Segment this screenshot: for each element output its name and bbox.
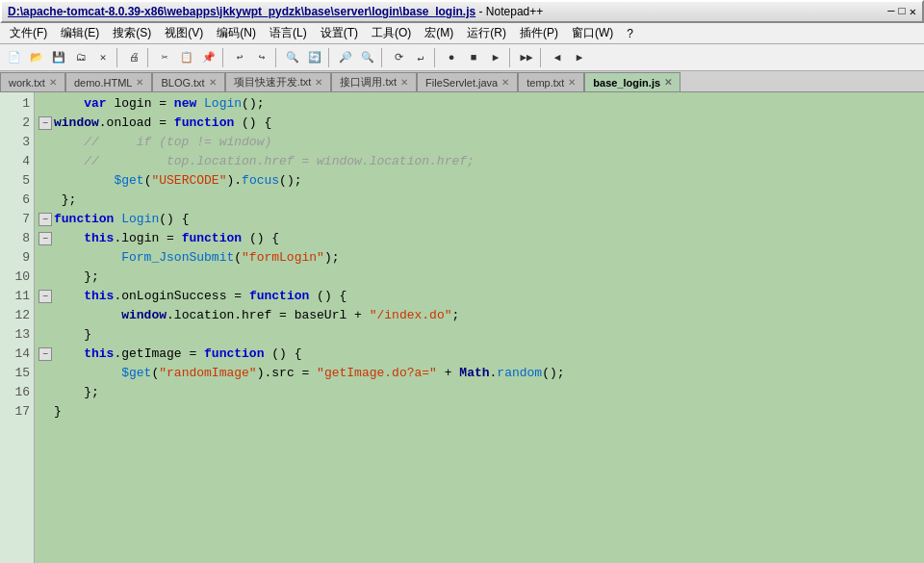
menu-encoding[interactable]: 编码(N) bbox=[211, 24, 262, 42]
code-line-3: // if (top != window) bbox=[38, 133, 920, 152]
menu-help[interactable]: ? bbox=[621, 26, 639, 41]
menu-view[interactable]: 视图(V) bbox=[159, 24, 209, 42]
code-line-1: var login = new Login(); bbox=[38, 94, 920, 114]
tab-close-fileservlet[interactable]: ✕ bbox=[501, 77, 509, 88]
toolbar-macro-stop[interactable]: ■ bbox=[463, 47, 484, 68]
tab-work-txt[interactable]: work.txt ✕ bbox=[0, 72, 65, 91]
line-num-7: 7 bbox=[0, 210, 30, 229]
tab-close-api[interactable]: ✕ bbox=[400, 77, 408, 88]
app-name: - Notepad++ bbox=[479, 5, 544, 18]
tab-label: 项目快速开发.txt bbox=[234, 75, 312, 90]
line-num-8: 8 bbox=[0, 229, 30, 248]
code-line-4: // top.location.href = window.location.h… bbox=[38, 152, 920, 171]
toolbar-open[interactable]: 📂 bbox=[26, 47, 47, 68]
tab-temp-txt[interactable]: temp.txt ✕ bbox=[518, 72, 584, 91]
code-line-12: window.location.href = baseUrl + "/index… bbox=[38, 306, 920, 325]
menu-search[interactable]: 搜索(S) bbox=[107, 24, 157, 42]
line-num-16: 16 bbox=[0, 383, 30, 402]
toolbar-paste[interactable]: 📌 bbox=[198, 47, 219, 68]
toolbar-zoom-in[interactable]: 🔎 bbox=[335, 47, 356, 68]
tab-close-demo[interactable]: ✕ bbox=[136, 77, 143, 88]
toolbar-sep-4 bbox=[275, 48, 279, 67]
fold-marker-2[interactable]: − bbox=[38, 116, 52, 130]
tab-close-project[interactable]: ✕ bbox=[315, 77, 322, 88]
toolbar-sep-9 bbox=[540, 48, 544, 67]
tab-close-blog[interactable]: ✕ bbox=[209, 77, 217, 88]
code-line-5: $get("USERCODE").focus(); bbox=[38, 171, 920, 191]
toolbar-macro-play[interactable]: ▶ bbox=[485, 47, 506, 68]
menu-edit[interactable]: 编辑(E) bbox=[55, 24, 105, 42]
toolbar-zoom-out[interactable]: 🔍 bbox=[357, 47, 378, 68]
toolbar-wrap[interactable]: ↵ bbox=[410, 47, 431, 68]
toolbar-sep-3 bbox=[222, 48, 226, 67]
menu-language[interactable]: 语言(L) bbox=[264, 24, 313, 42]
tab-close-base-login[interactable]: ✕ bbox=[664, 77, 672, 88]
title-text: D:\apache-tomcat-8.0.39-x86\webapps\jkky… bbox=[8, 5, 543, 18]
toolbar-replace[interactable]: 🔄 bbox=[304, 47, 325, 68]
toolbar-save-all[interactable]: 🗂 bbox=[70, 47, 91, 68]
line-num-6: 6 bbox=[0, 191, 30, 210]
fold-marker-11[interactable]: − bbox=[38, 290, 52, 303]
line-num-2: 2 bbox=[0, 114, 30, 133]
window-controls[interactable]: ─ □ ✕ bbox=[887, 5, 916, 19]
menu-macro[interactable]: 宏(M) bbox=[419, 24, 459, 42]
toolbar-sep-2 bbox=[147, 48, 151, 67]
fold-marker-8[interactable]: − bbox=[38, 232, 52, 245]
file-path: D:\apache-tomcat-8.0.39-x86\webapps\jkky… bbox=[8, 5, 475, 18]
tab-label: base_login.js bbox=[593, 77, 660, 89]
line-num-17: 17 bbox=[0, 402, 30, 422]
toolbar-run[interactable]: ▶▶ bbox=[516, 47, 537, 68]
menu-plugins[interactable]: 插件(P) bbox=[514, 24, 564, 42]
tabs-bar: work.txt ✕ demo.HTML ✕ BLOG.txt ✕ 项目快速开发… bbox=[0, 71, 924, 92]
line-num-15: 15 bbox=[0, 364, 30, 383]
code-line-16: }; bbox=[38, 383, 920, 402]
code-line-15: $get("randomImage").src = "getImage.do?a… bbox=[38, 364, 920, 383]
tab-api-txt[interactable]: 接口调用.txt ✕ bbox=[331, 72, 417, 91]
code-line-7: − function Login() { bbox=[38, 210, 920, 229]
toolbar-macro-rec[interactable]: ● bbox=[441, 47, 462, 68]
menu-window[interactable]: 窗口(W) bbox=[566, 24, 619, 42]
code-content[interactable]: var login = new Login(); − window.onload… bbox=[35, 92, 924, 563]
toolbar-find[interactable]: 🔍 bbox=[282, 47, 303, 68]
tab-demo-html[interactable]: demo.HTML ✕ bbox=[65, 72, 153, 91]
menu-run[interactable]: 运行(R) bbox=[461, 24, 512, 42]
toolbar-sync[interactable]: ⟳ bbox=[388, 47, 409, 68]
menu-bar: 文件(F) 编辑(E) 搜索(S) 视图(V) 编码(N) 语言(L) 设置(T… bbox=[0, 23, 924, 44]
fold-marker-14[interactable]: − bbox=[38, 347, 52, 361]
tab-base-login-js[interactable]: base_login.js ✕ bbox=[584, 72, 680, 91]
tab-project-txt[interactable]: 项目快速开发.txt ✕ bbox=[225, 72, 332, 91]
menu-file[interactable]: 文件(F) bbox=[4, 24, 53, 42]
tab-label: demo.HTML bbox=[74, 77, 133, 89]
menu-tools[interactable]: 工具(O) bbox=[366, 24, 417, 42]
tab-close-work[interactable]: ✕ bbox=[49, 77, 57, 88]
toolbar-new[interactable]: 📄 bbox=[4, 47, 25, 68]
tab-blog-txt[interactable]: BLOG.txt ✕ bbox=[152, 72, 224, 91]
toolbar-copy[interactable]: 📋 bbox=[176, 47, 197, 68]
tab-label: BLOG.txt bbox=[161, 77, 204, 89]
code-line-8: − this.login = function () { bbox=[38, 229, 920, 248]
toolbar-save[interactable]: 💾 bbox=[48, 47, 69, 68]
tab-label: work.txt bbox=[9, 77, 45, 89]
line-numbers: 1 2 3 4 5 6 7 8 9 10 11 12 13 14 15 16 1… bbox=[0, 92, 35, 563]
menu-settings[interactable]: 设置(T) bbox=[315, 24, 364, 42]
code-line-9: Form_JsonSubmit("formLogin"); bbox=[38, 248, 920, 268]
toolbar-cut[interactable]: ✂ bbox=[154, 47, 175, 68]
toolbar-prev[interactable]: ◀ bbox=[547, 47, 568, 68]
toolbar-print[interactable]: 🖨 bbox=[123, 47, 144, 68]
code-line-10: }; bbox=[38, 268, 920, 287]
title-bar: D:\apache-tomcat-8.0.39-x86\webapps\jkky… bbox=[0, 0, 924, 23]
fold-marker-7[interactable]: − bbox=[38, 213, 52, 226]
tab-fileservlet[interactable]: FileServlet.java ✕ bbox=[417, 72, 518, 91]
code-area: 1 2 3 4 5 6 7 8 9 10 11 12 13 14 15 16 1… bbox=[0, 92, 924, 563]
toolbar: 📄 📂 💾 🗂 ✕ 🖨 ✂ 📋 📌 ↩ ↪ 🔍 🔄 🔎 🔍 ⟳ ↵ ● ■ ▶ … bbox=[0, 44, 924, 71]
code-line-13: } bbox=[38, 325, 920, 345]
toolbar-next[interactable]: ▶ bbox=[569, 47, 590, 68]
line-num-10: 10 bbox=[0, 268, 30, 287]
tab-close-temp[interactable]: ✕ bbox=[568, 77, 576, 88]
tab-label: FileServlet.java bbox=[425, 77, 498, 89]
toolbar-redo[interactable]: ↪ bbox=[251, 47, 272, 68]
toolbar-sep-5 bbox=[328, 48, 332, 67]
line-num-5: 5 bbox=[0, 171, 30, 191]
toolbar-undo[interactable]: ↩ bbox=[229, 47, 250, 68]
toolbar-close[interactable]: ✕ bbox=[92, 47, 114, 68]
